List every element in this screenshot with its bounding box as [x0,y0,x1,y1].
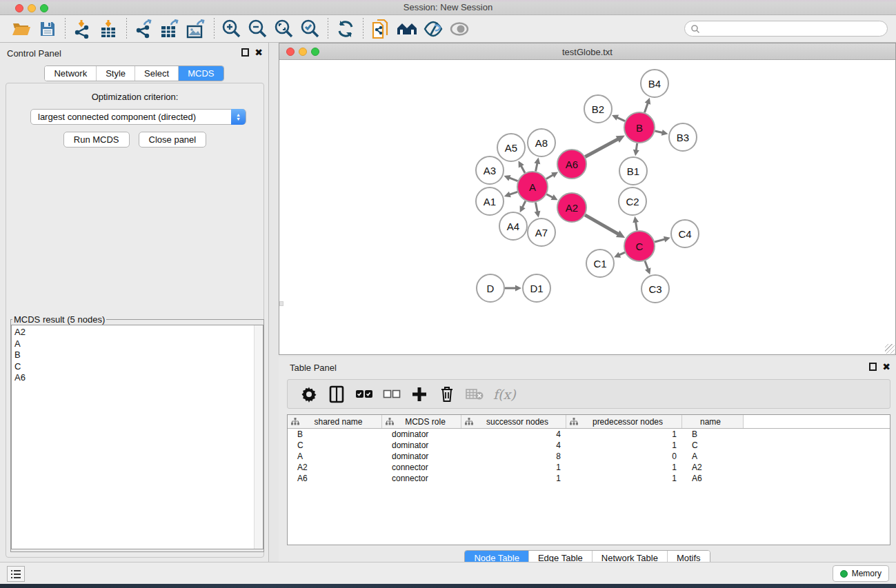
mcds-tab-content: Optimization criterion: largest connecte… [6,83,264,558]
cell-shared-name: A6 [288,474,382,483]
table-toolbar: f(x) [287,379,890,409]
add-column-icon[interactable] [408,383,431,406]
optimization-criterion-select[interactable]: largest connected component (directed) ▲… [30,109,246,125]
cell-successor-nodes: 1 [461,463,566,472]
table-panel-header: Table Panel ✖ [279,357,896,376]
memory-status-icon [840,570,848,578]
table-row[interactable]: Cdominator41C [288,440,890,451]
result-item-a2[interactable]: A2 [12,325,263,338]
node-label-B3: B3 [677,132,689,143]
result-list-scrollbar[interactable] [254,325,263,549]
cell-successor-nodes: 4 [461,429,566,439]
export-table-icon[interactable] [157,17,183,41]
toolbar-search-field[interactable] [684,21,888,37]
apply-layout-icon[interactable] [394,17,420,41]
edge-C-C4[interactable] [655,239,666,242]
memory-label: Memory [852,569,882,578]
tab-style[interactable]: Style [97,66,135,81]
network-canvas[interactable]: AA1A3A5A8A4A7A6A2BB2B4B3B1CC2C4C1C3DD1 [279,60,895,354]
edge-A-A1[interactable] [508,192,517,194]
result-item-b[interactable]: B [12,349,263,361]
task-history-button[interactable] [7,566,25,582]
function-builder-icon[interactable]: f(x) [490,383,519,406]
column-header-name[interactable]: name [682,415,744,428]
tab-mcds[interactable]: MCDS [179,66,223,81]
close-panel-button[interactable]: Close panel [139,132,207,148]
zoom-selected-icon[interactable] [297,17,323,41]
edge-B-B4[interactable] [644,102,648,112]
tab-network[interactable]: Network [45,66,97,81]
node-label-A1: A1 [484,196,496,207]
cell-name: A2 [682,463,744,472]
birds-eye-view-icon[interactable] [446,17,472,41]
import-table-icon[interactable] [96,17,122,41]
result-item-a[interactable]: A [12,338,263,350]
close-table-panel-icon[interactable]: ✖ [882,363,890,371]
zoom-in-icon[interactable] [219,17,245,41]
node-label-C4: C4 [678,228,691,240]
node-label-C: C [636,241,644,252]
mcds-result-fieldset: MCDS result (5 nodes) A2ABCA6 [10,314,264,552]
control-panel: Control Panel ✖ NetworkStyleSelectMCDS O… [0,43,269,562]
table-row[interactable]: Bdominator41B [288,429,890,440]
table-row[interactable]: A2connector11A2 [288,462,890,473]
edge-A-A3[interactable] [508,177,518,181]
window-resize-grip[interactable] [885,344,895,354]
cell-predecessor-nodes: 1 [566,429,682,439]
memory-button[interactable]: Memory [833,565,889,582]
save-session-icon[interactable] [34,17,61,41]
edge-C-C2[interactable] [635,221,637,231]
result-item-c[interactable]: C [12,361,263,373]
node-label-B1: B1 [627,165,639,177]
session-title: Session: New Session [0,2,896,12]
edge-A6-B[interactable] [585,139,619,156]
list-icon [10,569,21,579]
close-panel-icon[interactable]: ✖ [255,48,263,57]
cell-mcds-role: connector [382,463,461,472]
search-input[interactable] [700,23,887,35]
run-mcds-button[interactable]: Run MCDS [63,132,130,148]
new-network-from-selection-icon[interactable] [368,17,394,41]
network-window-title: testGlobe.txt [279,47,895,57]
export-network-icon[interactable] [131,17,157,41]
deselect-all-checkboxes-icon[interactable] [380,383,404,406]
zoom-out-icon[interactable] [245,17,271,41]
cell-mcds-role: connector [382,474,461,483]
column-header-predecessor-nodes[interactable]: predecessor nodes [566,415,682,428]
delete-columns-icon[interactable] [435,383,459,406]
network-window-titlebar[interactable]: testGlobe.txt [279,43,895,60]
show-graphics-details-icon[interactable] [420,17,446,41]
delete-table-icon[interactable] [463,383,486,406]
node-table[interactable]: shared nameMCDS rolesuccessor nodesprede… [287,414,890,545]
refresh-icon[interactable] [332,17,359,41]
edge-A-A7[interactable] [535,203,537,213]
node-label-D1: D1 [530,283,543,294]
table-row[interactable]: Adominator80A [288,451,890,462]
edge-B-B2[interactable] [616,117,625,121]
table-row[interactable]: A6connector11A6 [288,473,890,484]
canvas-scroll-mark [279,301,283,306]
select-all-checkboxes-icon[interactable] [352,383,376,406]
import-network-icon[interactable] [70,17,96,41]
zoom-fit-icon[interactable] [271,17,297,41]
edge-A2-C[interactable] [585,215,619,234]
app-titlebar: Session: New Session [0,0,896,15]
show-columns-icon[interactable] [325,383,348,406]
cell-shared-name: C [288,440,382,450]
float-panel-icon[interactable] [241,48,249,57]
mcds-result-list[interactable]: A2ABCA6 [11,325,263,549]
result-item-a6[interactable]: A6 [12,372,263,384]
export-image-icon[interactable] [183,17,210,41]
column-header-successor-nodes[interactable]: successor nodes [461,415,566,428]
table-options-gear-icon[interactable] [297,383,321,406]
cell-predecessor-nodes: 1 [566,463,682,472]
node-label-A2: A2 [566,202,578,214]
desktop-background [0,584,896,588]
column-header-shared-name[interactable]: shared name [288,415,382,428]
open-file-icon[interactable] [8,17,34,41]
column-header-mcds-role[interactable]: MCDS role [382,415,461,428]
float-table-panel-icon[interactable] [869,363,877,371]
node-label-A: A [529,181,536,193]
tab-select[interactable]: Select [135,66,179,81]
edge-C-C3[interactable] [645,261,648,270]
